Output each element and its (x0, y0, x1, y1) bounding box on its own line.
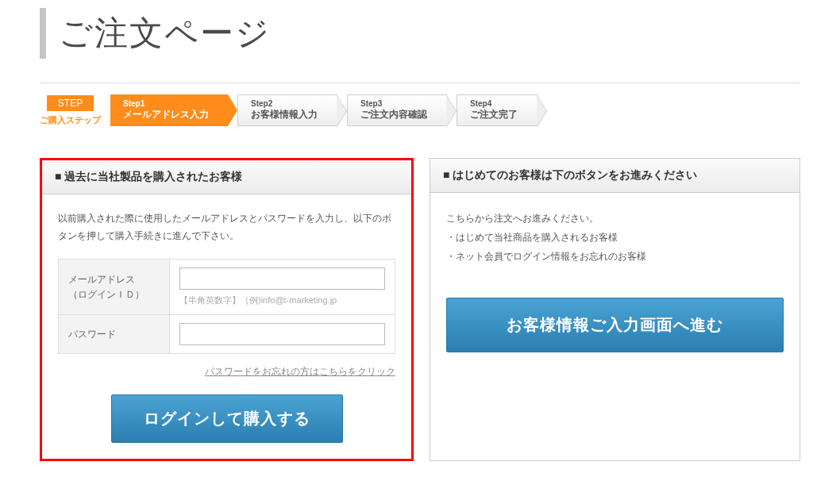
step-text: ご注文内容確認 (360, 108, 427, 121)
email-input-cell: 【半角英数字】（例)info@t-marketing.jp (170, 260, 395, 315)
email-input[interactable] (179, 267, 385, 290)
proceed-customer-info-button[interactable]: お客様情報ご入力画面へ進む (446, 298, 784, 352)
forgot-password-link[interactable]: パスワードをお忘れの方はこちらをクリック (58, 365, 395, 379)
panel-header: ■ 過去に当社製品を購入されたお客様 (42, 160, 411, 194)
page-title-row: ご注文ページ (40, 8, 800, 59)
email-hint: 【半角英数字】（例)info@t-marketing.jp (179, 294, 385, 306)
panel-header: ■ はじめてのお客様は下のボタンをお進みください (430, 159, 800, 193)
step-text: ご注文完了 (470, 108, 518, 121)
step-label-top: STEP (47, 95, 94, 111)
step-label-bottom: ご購入ステップ (40, 114, 101, 126)
step-1: Step1 メールアドレス入力 (110, 94, 228, 126)
password-input-cell (170, 315, 395, 354)
page-title: ご注文ページ (59, 11, 271, 56)
step-4: Step4 ご注文完了 (457, 94, 538, 126)
step-label: STEP ご購入ステップ (40, 95, 101, 126)
title-accent-bar (40, 8, 46, 59)
returning-customer-panel: ■ 過去に当社製品を購入されたお客様 以前購入された際に使用したメールアドレスと… (40, 158, 414, 461)
bullet-2: ・ネット会員でログイン情報をお忘れのお客様 (446, 247, 784, 266)
step-num: Step1 (123, 99, 209, 108)
step-num: Step2 (251, 99, 318, 108)
step-num: Step4 (470, 99, 518, 108)
email-label-line1: メールアドレス (68, 274, 135, 285)
step-num: Step3 (360, 99, 427, 108)
panel-body: こちらから注文へお進みください。 ・はじめて当社商品を購入されるお客様 ・ネット… (430, 193, 800, 368)
panels: ■ 過去に当社製品を購入されたお客様 以前購入された際に使用したメールアドレスと… (40, 158, 800, 461)
login-purchase-button[interactable]: ログインして購入する (111, 394, 343, 443)
login-form-table: メールアドレス （ログインＩＤ） 【半角英数字】（例)info@t-market… (58, 259, 395, 354)
step-indicator: STEP ご購入ステップ Step1 メールアドレス入力 Step2 お客様情報… (40, 83, 800, 126)
step-2: Step2 お客様情報入力 (237, 94, 337, 126)
bullet-1: ・はじめて当社商品を購入されるお客様 (446, 228, 784, 247)
password-input[interactable] (179, 323, 385, 345)
email-label-cell: メールアドレス （ログインＩＤ） (59, 260, 170, 315)
password-label-cell: パスワード (59, 315, 170, 354)
panel-body: 以前購入された際に使用したメールアドレスとパスワードを入力し、以下のボタンを押し… (42, 194, 411, 459)
email-label-line2: （ログインＩＤ） (68, 289, 144, 300)
step-3: Step3 ご注文内容確認 (347, 94, 447, 126)
new-customer-panel: ■ はじめてのお客様は下のボタンをお進みください こちらから注文へお進みください… (430, 158, 800, 461)
panel-description: 以前購入された際に使用したメールアドレスとパスワードを入力し、以下のボタンを押し… (58, 210, 395, 244)
step-text: お客様情報入力 (251, 108, 318, 121)
step-text: メールアドレス入力 (123, 108, 209, 121)
new-customer-text: こちらから注文へお進みください。 ・はじめて当社商品を購入されるお客様 ・ネット… (446, 209, 784, 266)
lead-text: こちらから注文へお進みください。 (446, 209, 784, 228)
